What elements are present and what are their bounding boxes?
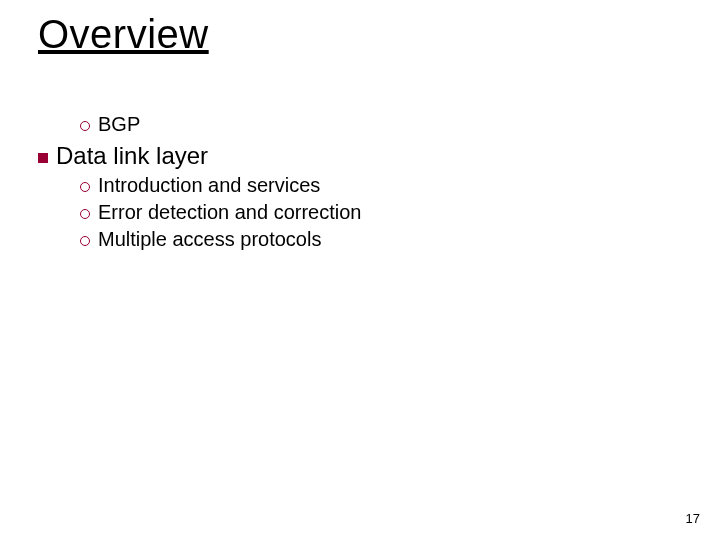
list-item-label: BGP [98,113,140,135]
list-item: BGP [80,112,678,137]
list-item-label: Error detection and correction [98,201,361,223]
list-item: Multiple access protocols [80,227,678,252]
list-item: Introduction and services [80,173,678,198]
list-item-label: Introduction and services [98,174,320,196]
list-item-label: Multiple access protocols [98,228,321,250]
slide: Overview BGP Data link layer Introductio… [0,0,720,540]
page-number: 17 [686,511,700,526]
circle-bullet-icon [80,209,90,219]
circle-bullet-icon [80,182,90,192]
section-heading-label: Data link layer [56,142,208,169]
circle-bullet-icon [80,236,90,246]
slide-content: BGP Data link layer Introduction and ser… [38,110,678,254]
circle-bullet-icon [80,121,90,131]
section-heading: Data link layer [38,141,678,171]
page-title: Overview [38,12,209,57]
list-item: Error detection and correction [80,200,678,225]
square-bullet-icon [38,153,48,163]
